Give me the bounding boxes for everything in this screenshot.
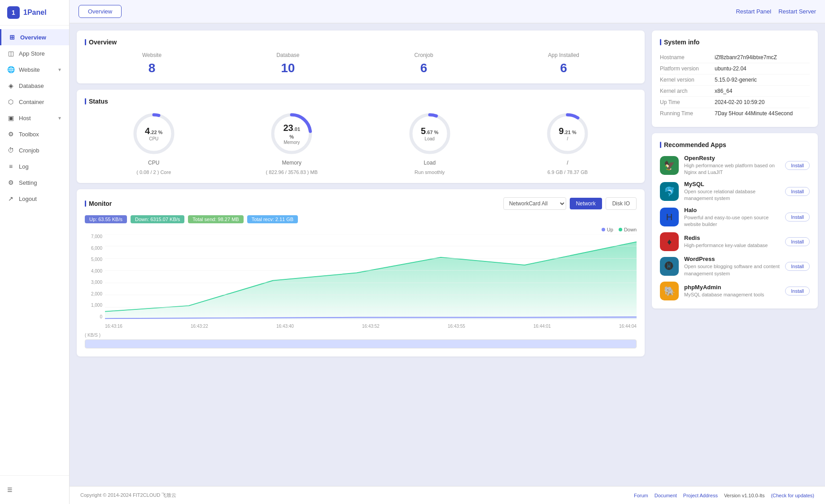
monitor-title: Monitor: [85, 200, 112, 207]
sidebar-label-host: Host: [19, 115, 31, 122]
sidebar-label-container: Container: [19, 99, 44, 105]
yaxis-label: 4,000: [91, 269, 102, 274]
gauge-circle-load: 5.67 % Load: [407, 111, 452, 156]
stat-cronjob: Cronjob 6: [415, 52, 433, 75]
app-info: OpenResty High performance web platform …: [684, 155, 780, 176]
chart-yaxis: 7,0006,0005,0004,0003,0002,0001,0000: [85, 234, 105, 319]
xaxis-label: 16:43:55: [448, 324, 465, 329]
check-updates-link[interactable]: (Check for updates): [771, 493, 814, 498]
setting-icon: ⚙: [7, 179, 14, 186]
install-button-redis[interactable]: Install: [785, 237, 810, 246]
sidebar-item-appstore[interactable]: ◫ App Store: [0, 45, 69, 61]
sidebar-nav: ⊞ Overview ◫ App Store 🌐 Website ▼ ◈ Dat…: [0, 26, 69, 475]
app-item-mysql: 🐬 MySQL Open source relational database …: [660, 181, 810, 202]
sidebar-label-overview: Overview: [20, 34, 46, 41]
toolbox-icon: ⚙: [7, 130, 14, 138]
install-button-phpmyadmin[interactable]: Install: [785, 287, 810, 295]
sidebar-item-container[interactable]: ⬡ Container: [0, 94, 69, 110]
app-icon-openresty: 🦅: [660, 156, 679, 175]
sidebar-item-log[interactable]: ≡ Log: [0, 158, 69, 174]
website-icon: 🌐: [7, 66, 14, 73]
app-icon-wordpress: 🅦: [660, 257, 679, 276]
sysinfo-row: Kernel arch x86_64: [660, 86, 810, 97]
topbar-left: Overview: [79, 5, 122, 18]
chart-svg: [105, 234, 637, 319]
legend-up: Up: [602, 227, 613, 232]
yaxis-label: 7,000: [91, 234, 102, 239]
overview-tab[interactable]: Overview: [79, 5, 122, 18]
system-info-card: System info Hostname iZf8zbanr27n94ibtxe…: [652, 30, 818, 127]
sidebar-item-website[interactable]: 🌐 Website ▼: [0, 61, 69, 78]
xaxis-label: 16:43:52: [362, 324, 380, 329]
container-icon: ⬡: [7, 98, 14, 105]
content-area: Overview Website 8 Database 10 Cronjob 6…: [70, 23, 825, 486]
install-button-halo[interactable]: Install: [785, 213, 810, 222]
sidebar-item-database[interactable]: ◈ Database: [0, 78, 69, 94]
arrow-icon: ▼: [57, 116, 62, 121]
badge-up: Up: 63.55 KB/s: [85, 215, 127, 223]
sidebar-label-website: Website: [19, 66, 40, 73]
gauge-name-load: Load: [361, 160, 499, 166]
badge-send: Total send: 98.27 MB: [188, 215, 243, 223]
footer-link-project-address[interactable]: Project Address: [683, 493, 718, 498]
gauge-circle-slash: 9.21 % /: [545, 111, 590, 156]
app-desc: Open source blogging software and conten…: [684, 263, 780, 277]
sysinfo-key: Running Time: [660, 110, 709, 117]
footer-version: Version v1.10.0-lts: [724, 493, 765, 498]
sidebar-item-host[interactable]: ▣ Host ▼: [0, 110, 69, 126]
overview-card: Overview Website 8 Database 10 Cronjob 6…: [77, 30, 645, 83]
install-button-mysql[interactable]: Install: [785, 187, 810, 196]
gauge-name-slash: /: [499, 160, 637, 166]
stat-label: Website: [142, 52, 162, 58]
stat-app-installed: App Installed 6: [548, 52, 579, 75]
stat-website: Website 8: [142, 52, 162, 75]
logout-icon: ↗: [7, 195, 14, 202]
xaxis-label: 16:43:40: [276, 324, 294, 329]
footer-link-forum[interactable]: Forum: [634, 493, 648, 498]
app-item-phpmyadmin: 🐘 phpMyAdmin MySQL database management t…: [660, 282, 810, 300]
sidebar-label-toolbox: Toolbox: [19, 131, 39, 138]
sidebar-item-overview[interactable]: ⊞ Overview: [0, 29, 69, 45]
restart-panel-link[interactable]: Restart Panel: [736, 8, 771, 15]
sidebar: 1 1Panel ⊞ Overview ◫ App Store 🌐 Websit…: [0, 0, 70, 504]
sidebar-item-logout[interactable]: ↗ Logout: [0, 191, 69, 207]
gauge-detail-cpu: ( 0.08 / 2 ) Core: [85, 169, 223, 175]
install-button-openresty[interactable]: Install: [785, 161, 810, 170]
yaxis-label: 0: [100, 314, 102, 319]
sysinfo-val: iZf8zbanr27n94ibtxe7mcZ: [715, 54, 777, 61]
gauge-memory: 23.01 % Memory Memory ( 822.96 / 3576.83…: [223, 111, 361, 175]
sidebar-item-toolbox[interactable]: ⚙ Toolbox: [0, 126, 69, 142]
app-item-openresty: 🦅 OpenResty High performance web platfor…: [660, 155, 810, 176]
footer-copyright: Copyright © 2014-2024 FIT2CLOUD 飞致云: [80, 492, 176, 499]
chart-xaxis: 16:43:1616:43:2216:43:4016:43:5216:43:55…: [105, 319, 637, 333]
hamburger-icon[interactable]: ☰: [0, 481, 69, 499]
sidebar-label-cronjob: Cronjob: [19, 147, 39, 154]
stat-value: 8: [142, 61, 162, 75]
gauge-slash: 9.21 % / / 6.9 GB / 78.37 GB: [499, 111, 637, 175]
stat-value: 6: [548, 61, 579, 75]
sidebar-item-setting[interactable]: ⚙ Setting: [0, 174, 69, 191]
network-card-select[interactable]: NetworkCard All: [503, 197, 566, 210]
sidebar-label-logout: Logout: [19, 196, 37, 202]
database-icon: ◈: [7, 82, 14, 89]
monitor-chart: 7,0006,0005,0004,0003,0002,0001,0000: [85, 234, 637, 333]
monitor-controls: NetworkCard All Network Disk IO: [503, 197, 637, 210]
gauge-detail-load: Run smoothly: [361, 169, 499, 175]
gauge-detail-memory: ( 822.96 / 3576.83 ) MB: [223, 169, 361, 175]
footer-link-document[interactable]: Document: [655, 493, 677, 498]
chart-scrollbar[interactable]: [85, 339, 637, 348]
sidebar-item-cronjob[interactable]: ⏱ Cronjob: [0, 142, 69, 158]
sysinfo-val: x86_64: [715, 88, 732, 94]
diskio-button[interactable]: Disk IO: [606, 197, 637, 210]
app-name: WordPress: [684, 256, 780, 262]
sysinfo-val: ubuntu-22.04: [715, 65, 746, 72]
app-info: Halo Powerful and easy-to-use open sourc…: [684, 207, 780, 228]
sysinfo-key: Hostname: [660, 54, 709, 61]
chart-scrollbar-thumb[interactable]: [85, 340, 636, 348]
restart-server-link[interactable]: Restart Server: [778, 8, 816, 15]
gauge-name-cpu: CPU: [85, 160, 223, 166]
sysinfo-table: Hostname iZf8zbanr27n94ibtxe7mcZ Platfor…: [660, 52, 810, 119]
install-button-wordpress[interactable]: Install: [785, 262, 810, 271]
stat-label: App Installed: [548, 52, 579, 58]
network-button[interactable]: Network: [570, 198, 602, 209]
